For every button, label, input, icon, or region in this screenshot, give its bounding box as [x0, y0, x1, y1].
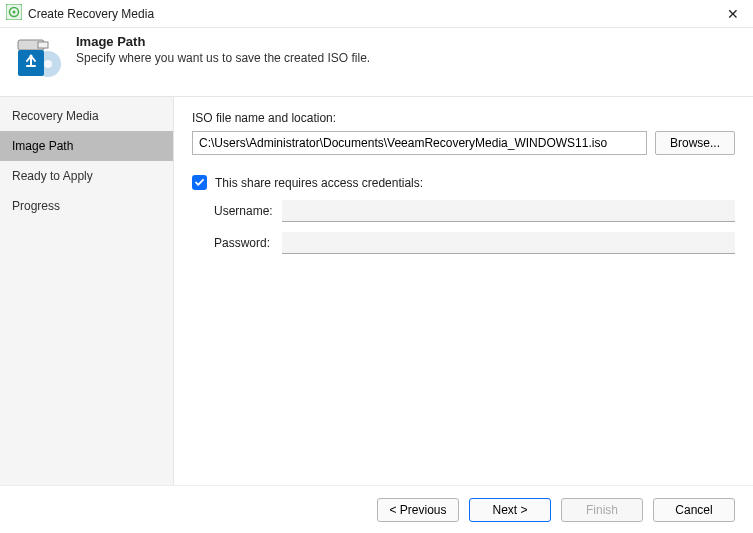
sidebar-item-ready-to-apply[interactable]: Ready to Apply [0, 161, 173, 191]
username-input[interactable] [282, 200, 735, 222]
credentials-checkbox[interactable] [192, 175, 207, 190]
browse-button[interactable]: Browse... [655, 131, 735, 155]
iso-path-input[interactable] [192, 131, 647, 155]
svg-point-4 [44, 60, 52, 68]
sidebar-item-label: Recovery Media [12, 109, 99, 123]
iso-path-label: ISO file name and location: [192, 111, 735, 125]
svg-point-8 [30, 55, 33, 58]
page-subtitle: Specify where you want us to save the cr… [76, 51, 370, 65]
password-input[interactable] [282, 232, 735, 254]
wizard-footer: < Previous Next > Finish Cancel [0, 485, 753, 533]
previous-button[interactable]: < Previous [377, 498, 459, 522]
sidebar-item-label: Image Path [12, 139, 73, 153]
sidebar-item-label: Progress [12, 199, 60, 213]
wizard-header: Image Path Specify where you want us to … [0, 28, 753, 96]
sidebar-item-image-path[interactable]: Image Path [0, 131, 173, 161]
password-label: Password: [214, 236, 276, 250]
sidebar-item-label: Ready to Apply [12, 169, 93, 183]
username-label: Username: [214, 204, 276, 218]
wizard-sidebar: Recovery Media Image Path Ready to Apply… [0, 97, 174, 486]
page-title: Image Path [76, 34, 370, 49]
finish-button: Finish [561, 498, 643, 522]
svg-rect-6 [38, 42, 48, 48]
window-title: Create Recovery Media [28, 7, 154, 21]
sidebar-item-progress[interactable]: Progress [0, 191, 173, 221]
checkmark-icon [194, 177, 205, 188]
next-button[interactable]: Next > [469, 498, 551, 522]
credentials-checkbox-label: This share requires access credentials: [215, 176, 423, 190]
cancel-button[interactable]: Cancel [653, 498, 735, 522]
app-icon [6, 4, 22, 23]
main-panel: ISO file name and location: Browse... Th… [174, 97, 753, 486]
svg-point-2 [13, 11, 16, 14]
sidebar-item-recovery-media[interactable]: Recovery Media [0, 101, 173, 131]
titlebar: Create Recovery Media ✕ [0, 0, 753, 28]
close-icon[interactable]: ✕ [721, 4, 745, 24]
usb-disc-icon [14, 34, 62, 82]
